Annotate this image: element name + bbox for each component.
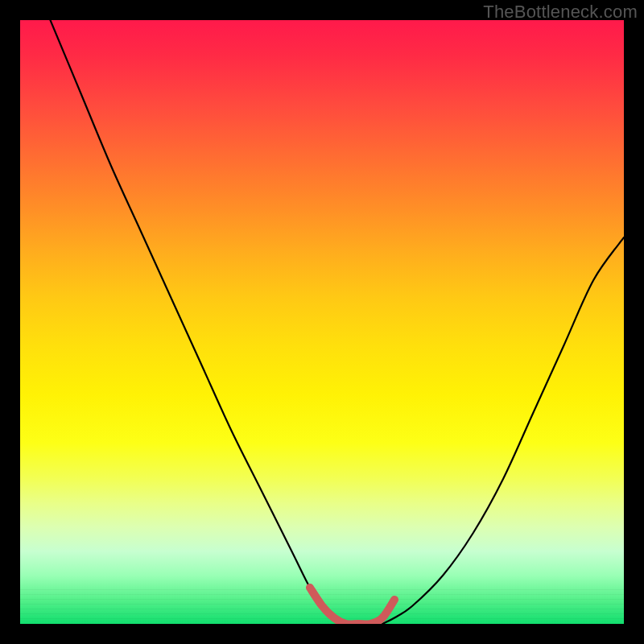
gradient-stripe <box>20 604 624 605</box>
watermark-text: TheBottleneck.com <box>483 2 638 23</box>
gradient-stripe <box>20 589 624 590</box>
gradient-stripe <box>20 599 624 600</box>
gradient-stripe <box>20 609 624 609</box>
gradient-stripe <box>20 618 624 619</box>
chart-frame: TheBottleneck.com <box>0 0 644 644</box>
gradient-stripe <box>20 594 624 595</box>
plot-area <box>20 20 624 624</box>
gradient-stripe <box>20 613 624 614</box>
